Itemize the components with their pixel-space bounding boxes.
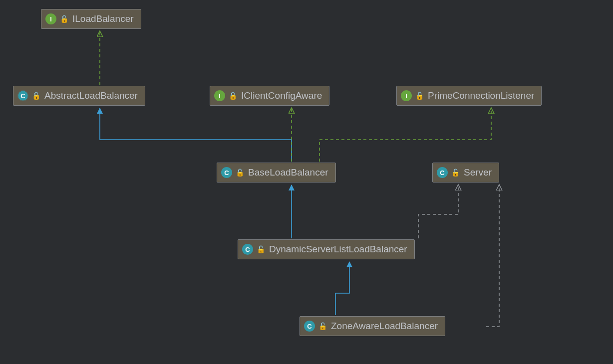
class-icon: C [437,167,448,178]
node-iloadbalancer[interactable]: I 🔓 ILoadBalancer [41,9,141,29]
interface-icon: I [214,90,225,101]
node-label: AbstractLoadBalancer [44,90,138,101]
visibility-icon: 🔓 [318,322,327,330]
node-label: IClientConfigAware [241,90,322,101]
interface-icon: I [45,13,56,24]
node-primeconnectionlistener[interactable]: I 🔓 PrimeConnectionListener [396,86,542,106]
node-abstractloadbalancer[interactable]: C 🔓 AbstractLoadBalancer [13,86,145,106]
visibility-icon: 🔓 [415,92,424,100]
visibility-icon: 🔓 [257,245,265,253]
node-server[interactable]: C 🔓 Server [432,163,499,182]
class-icon: C [242,244,253,255]
visibility-icon: 🔓 [229,92,237,100]
visibility-icon: 🔓 [236,169,244,177]
node-iclientconfigaware[interactable]: I 🔓 IClientConfigAware [210,86,329,106]
node-label: Server [464,167,492,178]
node-label: PrimeConnectionListener [428,90,534,101]
node-zoneawareloadbalancer[interactable]: C 🔓 ZoneAwareLoadBalancer [300,316,445,336]
interface-icon: I [401,90,412,101]
visibility-icon: 🔓 [451,169,460,177]
node-label: BaseLoadBalancer [248,167,328,178]
abstract-class-icon: C [17,90,28,101]
class-icon: C [221,167,232,178]
node-label: ILoadBalancer [72,13,134,24]
class-icon: C [304,321,315,332]
node-label: DynamicServerListLoadBalancer [269,244,407,255]
node-label: ZoneAwareLoadBalancer [331,321,438,332]
visibility-icon: 🔓 [32,92,40,100]
visibility-icon: 🔓 [60,15,68,23]
node-dynamicserverlistloadbalancer[interactable]: C 🔓 DynamicServerListLoadBalancer [238,239,415,259]
node-baseloadbalancer[interactable]: C 🔓 BaseLoadBalancer [217,163,336,182]
